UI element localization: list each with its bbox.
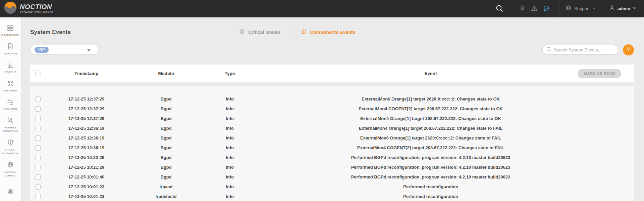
components-events-icon [301, 29, 307, 36]
mark-as-read-button[interactable]: MARK AS READ [578, 69, 621, 78]
sidebar-item-reports[interactable]: REPORTS [0, 43, 21, 55]
row-timestamp: 17-12-25 12:37:29 [49, 96, 124, 102]
row-checkbox[interactable] [35, 116, 41, 121]
chat-icon[interactable] [543, 5, 550, 12]
row-timestamp: 17-12-25 12:36:19 [49, 135, 124, 140]
divider [558, 0, 559, 17]
row-checkbox[interactable] [35, 184, 41, 190]
row-checkbox[interactable] [35, 126, 41, 131]
user-menu[interactable]: admin [608, 4, 637, 12]
username-label: admin [618, 6, 630, 11]
row-type: Info [208, 194, 252, 199]
graphs-icon [7, 61, 14, 69]
row-event: ExternalMon4 COGENT[2] target 208.67.222… [252, 106, 634, 111]
select-all-checkbox[interactable] [35, 71, 41, 76]
row-checkbox[interactable] [35, 155, 41, 160]
divider [510, 0, 510, 17]
column-header-type[interactable]: Type [208, 71, 252, 76]
support-menu[interactable]: Support [565, 4, 596, 13]
sidebar-item-threat-mitigation[interactable]: THREAT MITIGATION [0, 139, 21, 155]
row-event: ExternalMon6 Orange[1] target 2620:0:ccc… [252, 135, 634, 140]
row-timestamp: 17-12-25 10:01:23 [49, 194, 124, 199]
row-checkbox[interactable] [35, 145, 41, 151]
sidebar-item-graphs[interactable]: GRAPHS [0, 61, 21, 74]
sidebar-item-troubleshooting[interactable]: TROUBLE- SHOOTING [0, 117, 21, 133]
page-title: System Events [30, 29, 71, 36]
table-row: 17-12-25 12:36:19 Bgpd Info ExternalMon4… [30, 123, 634, 133]
row-type: Info [208, 135, 252, 140]
row-timestamp: 17-12-25 12:37:29 [49, 116, 124, 121]
sidebar-item-policies[interactable]: POLICIES [0, 98, 21, 111]
row-module: Irpaad [124, 184, 208, 189]
table-row: 17-12-25 12:36:19 Bgpd Info ExternalMon4… [30, 143, 634, 153]
search-input-icon [546, 46, 552, 53]
row-event: Performed BGPd reconfiguration, program … [252, 155, 634, 160]
row-timestamp: 17-12-25 12:36:19 [49, 126, 124, 131]
column-header-event[interactable]: Event [252, 71, 634, 76]
row-type: Info [208, 126, 252, 131]
row-event: Performed reconfiguration [252, 194, 634, 199]
page-header: System Events Critical Issues [30, 26, 634, 38]
caret-down-icon [87, 49, 91, 51]
toolbar: IRP [30, 45, 634, 55]
alerts-icon[interactable] [531, 5, 538, 12]
row-checkbox[interactable] [35, 106, 41, 112]
table-row: 17-12-25 12:36:19 Bgpd Info ExternalMon6… [30, 133, 634, 143]
row-checkbox[interactable] [35, 96, 41, 102]
table-row: 17-12-25 12:37:29 Bgpd Info ExternalMon4… [30, 104, 634, 114]
user-icon [608, 4, 615, 12]
toolbar-right [542, 44, 634, 55]
row-type: Info [208, 96, 252, 102]
row-event: ExternalMon4 Orange[1] target 208.67.222… [252, 126, 634, 131]
table-row: 17-12-25 12:37:29 Bgpd Info ExternalMon6… [30, 94, 634, 104]
chevron-down-icon [633, 5, 637, 11]
row-module: Bgpd [124, 174, 208, 179]
row-checkbox[interactable] [35, 135, 41, 141]
search-icon[interactable] [495, 4, 504, 13]
critical-issues-icon [239, 29, 245, 36]
row-checkbox[interactable] [35, 165, 41, 170]
sidebar-item-global-commit[interactable]: GLOBAL COMMIT [0, 161, 21, 177]
row-module: Bgpd [124, 126, 208, 131]
filter-button[interactable] [623, 44, 634, 55]
row-module: Bgpd [124, 116, 208, 121]
selected-filter-badge: IRP [35, 47, 49, 53]
flame-icon[interactable] [519, 5, 526, 12]
event-tabs: Critical Issues Components Events [239, 26, 355, 38]
brand-tagline: NETWORK INTELLIGENCE [20, 11, 53, 13]
column-header-timestamp[interactable]: Timestamp [49, 71, 124, 76]
events-table-body: 17-12-25 12:37:29 Bgpd Info ExternalMon6… [30, 86, 634, 201]
tab-critical-issues[interactable]: Critical Issues [239, 29, 280, 36]
column-header-module[interactable]: Module [124, 71, 208, 76]
policies-checklist-icon [7, 98, 14, 106]
row-event: ExternalMon6 Orange[1] target 2620:0:ccc… [252, 96, 634, 102]
life-ring-icon [565, 4, 572, 13]
topbar: NOCTION NETWORK INTELLIGENCE [0, 0, 644, 17]
row-module: Irpdetectd [124, 194, 208, 199]
chevron-down-icon [592, 5, 596, 11]
sidebar-item-inbound[interactable]: INBOUND [0, 80, 21, 92]
row-timestamp: 17-12-25 12:36:19 [49, 145, 124, 150]
inbound-arrows-icon [7, 80, 14, 87]
row-checkbox[interactable] [35, 194, 41, 199]
settings-gear-icon[interactable] [6, 187, 15, 197]
component-filter-select[interactable]: IRP [30, 45, 99, 55]
row-event: ExternalMon4 Orange[1] target 208.67.222… [252, 116, 634, 121]
tab-components-events[interactable]: Components Events [301, 29, 355, 36]
search-box [542, 45, 618, 55]
row-module: Bgpd [124, 96, 208, 102]
noction-logo[interactable]: NOCTION NETWORK INTELLIGENCE [0, 1, 53, 15]
table-row: 17-12-25 10:01:23 Irpdetectd Info Perfor… [30, 192, 634, 201]
table-row: 17-12-25 10:21:29 Bgpd Info Performed BG… [30, 162, 634, 172]
shield-alert-icon [7, 139, 14, 146]
search-input[interactable] [554, 47, 614, 52]
row-checkbox[interactable] [35, 174, 41, 180]
divider [290, 27, 290, 37]
row-type: Info [208, 106, 252, 111]
troubleshooting-magnifier-icon [7, 117, 14, 124]
main-content: System Events Critical Issues [21, 17, 644, 201]
row-timestamp: 17-12-25 10:01:23 [49, 184, 124, 189]
row-module: Bgpd [124, 135, 208, 140]
sidebar-item-dashboard[interactable]: DASHBOARD [0, 24, 21, 37]
table-header: Timestamp Module Type Event MARK AS READ [30, 65, 634, 82]
